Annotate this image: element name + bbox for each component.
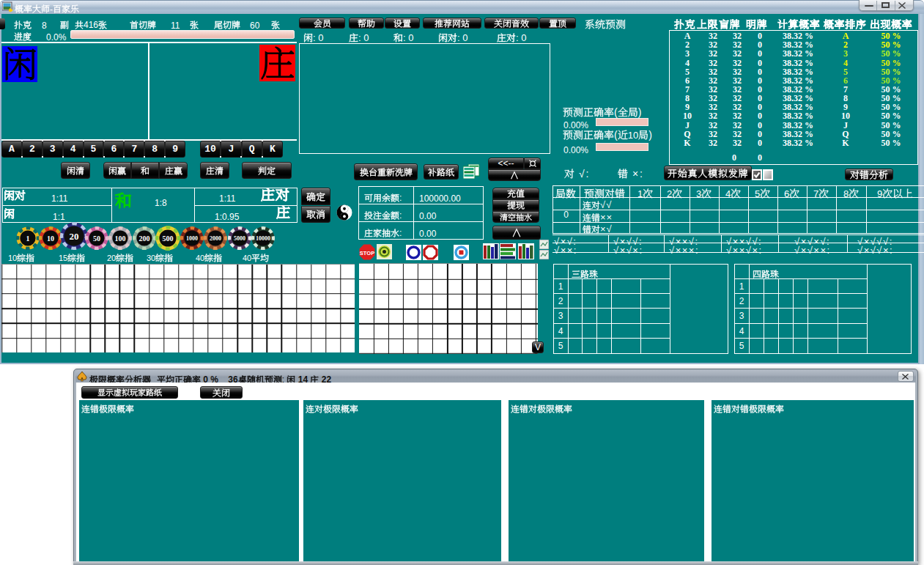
svg-text:10000: 10000 <box>256 235 270 241</box>
svg-text:1: 1 <box>26 234 30 242</box>
svg-text:20: 20 <box>70 231 79 242</box>
svg-text:STOP: STOP <box>360 250 374 256</box>
svg-text:10: 10 <box>47 234 54 242</box>
svg-text:500: 500 <box>162 234 173 242</box>
svg-text:200: 200 <box>138 234 149 242</box>
svg-text:50: 50 <box>93 234 100 242</box>
svg-text:100: 100 <box>115 234 126 242</box>
svg-text:5000: 5000 <box>234 235 245 241</box>
svg-text:1000: 1000 <box>186 235 198 241</box>
svg-text:2000: 2000 <box>210 235 221 241</box>
